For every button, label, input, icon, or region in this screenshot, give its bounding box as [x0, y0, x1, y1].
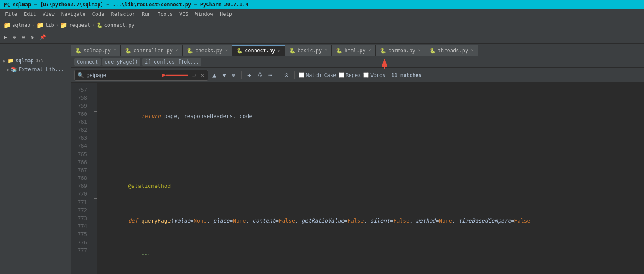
search-filter-button[interactable]: 𝔸	[256, 70, 264, 80]
tab-bar: 🐍 sqlmap.py × 🐍 controller.py × 🐍 checks…	[0, 44, 644, 56]
tab-icon-sqlmappy: 🐍	[75, 48, 81, 54]
search-clear-icon[interactable]: ✕	[199, 72, 205, 79]
breadcrumb-sqlmap[interactable]: sqlmap	[12, 22, 30, 28]
search-regex-option[interactable]: Regex	[339, 72, 361, 78]
menu-tools[interactable]: Tools	[154, 10, 176, 18]
menu-help[interactable]: Help	[216, 10, 235, 18]
menu-navigate[interactable]: Navigate	[58, 10, 89, 18]
tab-htmlpy[interactable]: 🐍 html.py ×	[332, 45, 376, 56]
regex-checkbox[interactable]	[339, 72, 344, 78]
fold-marker-765[interactable]: –	[94, 196, 97, 200]
toolbar-btn-settings[interactable]: ⚙	[28, 33, 36, 41]
menu-vcs[interactable]: VCS	[176, 10, 192, 18]
menu-file[interactable]: File	[2, 10, 20, 18]
sqlmap-folder-icon: 📁	[3, 22, 10, 28]
tab-icon-commonpy: 🐍	[380, 48, 386, 54]
code-line-758	[102, 147, 644, 156]
tab-close-commonpy[interactable]: ×	[418, 48, 421, 53]
code-line-759: @staticmethod	[102, 182, 644, 191]
tab-icon-controllerpy: 🐍	[125, 48, 131, 54]
tab-close-basicpy[interactable]: ×	[325, 48, 327, 53]
gutter: – – –	[92, 83, 97, 274]
main-layout: ▶ 📁 sqlmap D:\ ▶ 📚 External Lib... Conne…	[0, 56, 644, 274]
tab-close-connectpy[interactable]: ×	[278, 49, 280, 53]
tab-commonpy[interactable]: 🐍 common.py ×	[376, 45, 425, 56]
breadcrumb-lib[interactable]: lib	[45, 22, 54, 28]
menu-code[interactable]: Code	[89, 10, 108, 18]
search-words-option[interactable]: Words	[363, 72, 385, 78]
toolbar-btn-bookmark[interactable]: 📌	[37, 33, 48, 41]
words-checkbox[interactable]	[363, 72, 369, 78]
search-input[interactable]	[87, 72, 160, 78]
match-count: 11 matches	[392, 72, 422, 78]
toolbar-btn-attach[interactable]: ⊞	[19, 33, 27, 41]
title-bar: PC sqlmap – [D:\python2.7\sqlmap] – ...\…	[0, 0, 644, 9]
search-sep2	[278, 71, 278, 79]
code-line-760: def queryPage(value=None, place=None, co…	[102, 217, 644, 225]
toolbar-btn-debug[interactable]: ⚙	[10, 33, 18, 41]
sidebar: ▶ 📁 sqlmap D:\ ▶ 📚 External Lib...	[0, 56, 71, 274]
code-content[interactable]: 757 758 759 760 761 762 763 764 765 766 …	[71, 83, 644, 274]
search-match-case-option[interactable]: Match Case	[299, 72, 336, 78]
editor-nav-querypage[interactable]: queryPage()	[102, 58, 140, 66]
sidebar-path-hint: D:\	[35, 58, 43, 64]
search-enter-icon[interactable]: ↵	[191, 72, 197, 79]
fold-marker-760[interactable]: –	[94, 109, 97, 113]
tab-sqlmappy[interactable]: 🐍 sqlmap.py ×	[71, 45, 121, 56]
tab-close-threadspy[interactable]: ×	[471, 48, 473, 53]
breadcrumb-request[interactable]: request	[69, 22, 90, 28]
lib-folder-icon: 📁	[36, 22, 43, 28]
tab-threadspy[interactable]: 🐍 threads.py ×	[425, 45, 478, 56]
fold-marker-759[interactable]: –	[94, 100, 97, 105]
search-sep3	[294, 71, 295, 79]
request-folder-icon: 📁	[60, 22, 67, 28]
tab-close-htmlpy[interactable]: ×	[369, 48, 371, 53]
tab-icon-checkspy: 🐍	[187, 48, 193, 54]
tab-close-sqlmappy[interactable]: ×	[114, 48, 116, 53]
sidebar-externallib-expand[interactable]: ▶	[7, 67, 9, 72]
title-text: sqlmap – [D:\python2.7\sqlmap] – ...\lib…	[13, 2, 249, 8]
tab-controllerpy[interactable]: 🐍 controller.py ×	[121, 45, 183, 56]
search-magnifier-icon: 🔍	[77, 72, 84, 78]
tab-basicpy[interactable]: 🐍 basic.py ×	[285, 45, 332, 56]
match-case-checkbox[interactable]	[299, 72, 304, 78]
sidebar-item-externallib[interactable]: ▶ 📚 External Lib...	[0, 65, 71, 74]
search-find-usages-button[interactable]: ⊕	[230, 71, 237, 79]
search-next-button[interactable]: ▼	[221, 70, 228, 80]
sidebar-header: ▶ 📁 sqlmap D:\	[0, 56, 71, 65]
search-bar: 🔍 ↵ ✕ ▲ ▼ ⊕ ✚ 𝔸 ⋯ ⚙ Match Case	[71, 68, 644, 83]
sidebar-expand-icon[interactable]: ▶	[3, 59, 6, 63]
menu-refactor[interactable]: Refactor	[107, 10, 138, 18]
breadcrumb-bar: 📁 sqlmap › 📁 lib › 📁 request › 🐍 connect…	[0, 19, 644, 31]
editor-nav-ifconf[interactable]: if conf.csrfTok...	[142, 58, 201, 66]
editor-nav: Connect queryPage() if conf.csrfTok...	[71, 56, 644, 68]
sidebar-project-label[interactable]: sqlmap	[15, 58, 33, 64]
search-highlight-button[interactable]: ✚	[246, 70, 253, 80]
app-icon: PC	[3, 1, 10, 8]
line-numbers: 757 758 759 760 761 762 763 764 765 766 …	[71, 83, 92, 274]
menu-bar: File Edit View Navigate Code Refactor Ru…	[0, 9, 644, 19]
tab-close-controllerpy[interactable]: ×	[176, 48, 178, 53]
code-area: Connect queryPage() if conf.csrfTok... 🔍…	[71, 56, 644, 274]
toolbar-btn-run[interactable]: ▶	[2, 33, 10, 41]
tab-close-checkspy[interactable]: ×	[225, 48, 228, 53]
red-arrow-search	[162, 71, 189, 79]
menu-window[interactable]: Window	[192, 10, 216, 18]
words-label: Words	[370, 72, 385, 78]
menu-view[interactable]: View	[39, 10, 58, 18]
tab-checkspy[interactable]: 🐍 checks.py ×	[183, 45, 232, 56]
connect-file-icon: 🐍	[97, 22, 103, 28]
search-settings-button[interactable]: ⚙	[283, 70, 290, 80]
editor-nav-connect[interactable]: Connect	[74, 58, 101, 66]
tab-connectpy[interactable]: 🐍 connect.py ×	[232, 45, 285, 56]
code-line-761: """	[102, 251, 644, 260]
menu-run[interactable]: Run	[138, 10, 154, 18]
menu-edit[interactable]: Edit	[20, 10, 39, 18]
code-editor[interactable]: return page, responseHeaders, code @stat…	[97, 83, 644, 274]
search-more-button[interactable]: ⋯	[267, 70, 274, 80]
search-prev-button[interactable]: ▲	[211, 70, 218, 80]
sidebar-folder-icon: 📁	[8, 58, 14, 64]
tab-icon-threadspy: 🐍	[430, 48, 436, 54]
search-input-wrap: 🔍 ↵ ✕	[74, 70, 208, 81]
breadcrumb-connectpy[interactable]: connect.py	[104, 22, 135, 28]
